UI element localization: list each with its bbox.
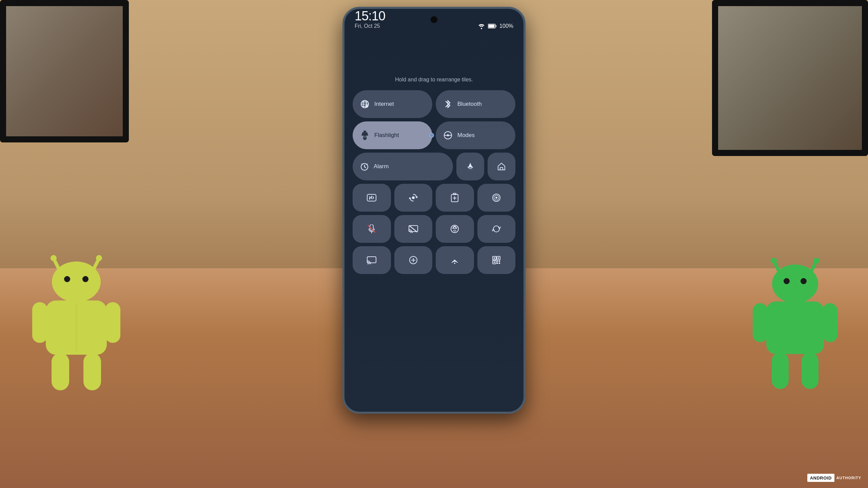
android-figure-right [749, 258, 841, 390]
svg-point-6 [82, 276, 88, 282]
flashlight-tile[interactable]: Flashlight [353, 121, 432, 149]
svg-point-19 [801, 278, 807, 284]
svg-rect-71 [498, 257, 499, 259]
hotspot-tile[interactable] [436, 246, 474, 274]
watermark-brand: ANDROID [810, 475, 832, 481]
time-display: 15:10 Fri, Oct 25 [355, 9, 385, 29]
watermark-sub: AUTHORITY [836, 476, 861, 480]
android-figure-left [27, 255, 125, 390]
qr-icon [492, 256, 501, 265]
svg-point-18 [784, 278, 790, 284]
alarm-tile[interactable]: Alarm [353, 153, 453, 180]
bluetooth-icon [443, 99, 453, 109]
phone: 15:10 Fri, Oct 25 100% [342, 7, 526, 414]
svg-rect-75 [499, 260, 500, 262]
cast-off-icon [409, 225, 418, 233]
qs-row-6 [353, 246, 515, 274]
mic-off-tile[interactable] [353, 215, 391, 243]
svg-rect-8 [32, 302, 47, 343]
battery-icon [488, 24, 497, 28]
date: Fri, Oct 25 [355, 23, 385, 29]
svg-point-17 [772, 265, 818, 303]
svg-rect-77 [499, 262, 500, 264]
vpn-icon [450, 225, 459, 233]
internet-label: Internet [374, 101, 394, 108]
battery-saver-icon [451, 193, 458, 202]
svg-rect-76 [497, 262, 498, 264]
phone-screen: 15:10 Fri, Oct 25 100% [344, 9, 524, 412]
flashlight-label: Flashlight [374, 132, 399, 139]
camera-notch [431, 16, 437, 23]
wifi-icon [478, 23, 485, 29]
rotate-icon [409, 193, 418, 202]
data-saver-icon [409, 256, 418, 265]
qs-row-4 [353, 184, 515, 212]
battery-percentage: 100% [499, 23, 513, 29]
svg-rect-26 [489, 25, 495, 28]
modes-icon [443, 131, 453, 140]
svg-line-43 [364, 167, 366, 168]
svg-point-55 [495, 197, 497, 199]
home-control-tile[interactable] [488, 153, 515, 180]
qs-row-3: Alarm [353, 153, 515, 180]
phone-wrapper: 15:10 Fri, Oct 25 100% [339, 0, 529, 488]
quick-settings: ? Internet Bluetooth [353, 90, 515, 277]
svg-rect-11 [83, 353, 101, 390]
bluetooth-label: Bluetooth [457, 101, 482, 108]
mic-off-icon [367, 225, 376, 233]
svg-rect-20 [766, 301, 824, 354]
watermark: ANDROID AUTHORITY [807, 474, 861, 482]
svg-rect-23 [772, 352, 789, 389]
bluetooth-tile[interactable]: Bluetooth [436, 90, 515, 118]
svg-point-3 [96, 255, 102, 261]
picture-frame-left [0, 0, 129, 142]
qs-row-5 [353, 215, 515, 243]
svg-rect-35 [363, 131, 366, 132]
rotate-tile[interactable] [394, 184, 433, 212]
nfc-icon [367, 194, 376, 201]
svg-line-59 [410, 226, 417, 232]
battery-saver-tile[interactable] [436, 184, 474, 212]
clock: 15:10 [355, 9, 385, 22]
alarm-label: Alarm [374, 163, 389, 170]
vpn-tile[interactable] [436, 215, 474, 243]
svg-rect-46 [500, 168, 503, 170]
svg-point-48 [412, 196, 415, 199]
qs-row-2: Flashlight Modes [353, 121, 515, 149]
svg-point-5 [64, 276, 70, 282]
svg-rect-9 [105, 302, 120, 343]
qs-row-1: ? Internet Bluetooth [353, 90, 515, 118]
cast-off-tile[interactable] [394, 215, 433, 243]
qr-tile[interactable] [477, 246, 516, 274]
screen-record-icon [492, 193, 501, 202]
svg-rect-10 [52, 353, 69, 390]
airplane-tile[interactable] [456, 153, 484, 180]
status-icons: 100% [478, 23, 513, 29]
svg-point-40 [447, 134, 449, 136]
internet-tile[interactable]: ? Internet [353, 90, 432, 118]
hotspot-icon [450, 256, 459, 265]
svg-rect-36 [363, 136, 367, 140]
alarm-icon [360, 162, 369, 171]
hint-text: Hold and drag to rearrange tiles. [344, 77, 524, 83]
picture-frame-right [712, 0, 868, 156]
svg-rect-24 [802, 352, 818, 389]
svg-rect-37 [364, 136, 366, 138]
screen-record-tile[interactable] [477, 184, 516, 212]
sync-icon [492, 225, 501, 233]
svg-point-1 [51, 255, 57, 261]
svg-point-63 [367, 263, 369, 264]
svg-rect-69 [494, 257, 495, 259]
svg-rect-73 [494, 261, 495, 263]
flashlight-icon [360, 131, 370, 140]
data-saver-tile[interactable] [394, 246, 433, 274]
modes-tile[interactable]: Modes [436, 121, 515, 149]
nfc-tile[interactable] [353, 184, 391, 212]
airplane-icon [466, 162, 475, 171]
svg-point-4 [52, 261, 101, 302]
globe-icon: ? [360, 99, 370, 109]
drag-handle [429, 133, 434, 138]
sync-tile[interactable] [477, 215, 516, 243]
watermark-brand-box: ANDROID [807, 474, 834, 482]
cast-tile[interactable] [353, 246, 391, 274]
